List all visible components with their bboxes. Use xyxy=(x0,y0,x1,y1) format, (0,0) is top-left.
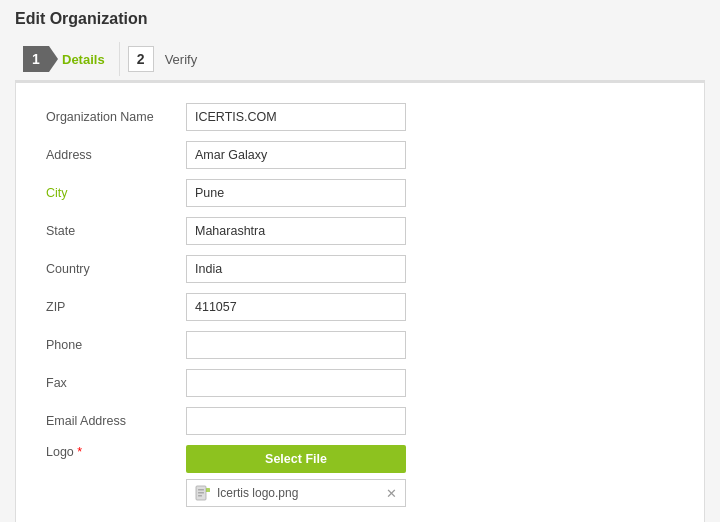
row-org-name: Organization Name xyxy=(46,103,674,131)
file-item: Icertis logo.png ✕ xyxy=(186,479,406,507)
step-1[interactable]: 1 Details xyxy=(15,38,119,80)
logo-required-mark: * xyxy=(77,445,82,459)
file-name-label: Icertis logo.png xyxy=(217,486,298,500)
input-address[interactable] xyxy=(186,141,406,169)
svg-rect-2 xyxy=(198,492,204,494)
file-type-icon xyxy=(195,485,211,501)
row-phone: Phone xyxy=(46,331,674,359)
step-1-badge: 1 xyxy=(23,46,49,72)
input-fax[interactable] xyxy=(186,369,406,397)
svg-rect-4 xyxy=(206,488,210,492)
label-state: State xyxy=(46,224,186,238)
input-phone[interactable] xyxy=(186,331,406,359)
steps-bar: 1 Details 2 Verify xyxy=(15,38,705,82)
row-fax: Fax xyxy=(46,369,674,397)
label-logo: Logo * xyxy=(46,445,186,459)
label-city: City xyxy=(46,186,186,200)
input-country[interactable] xyxy=(186,255,406,283)
row-country: Country xyxy=(46,255,674,283)
step-2[interactable]: 2 Verify xyxy=(120,38,212,80)
label-org-name: Organization Name xyxy=(46,110,186,124)
page-container: Edit Organization 1 Details 2 Verify Org… xyxy=(0,0,720,522)
row-address: Address xyxy=(46,141,674,169)
logo-section: Select File Icertis logo.pn xyxy=(186,445,406,507)
form-container: Organization Name Address City State Cou… xyxy=(15,82,705,522)
label-zip: ZIP xyxy=(46,300,186,314)
label-phone: Phone xyxy=(46,338,186,352)
label-fax: Fax xyxy=(46,376,186,390)
step-2-badge: 2 xyxy=(128,46,154,72)
file-close-button[interactable]: ✕ xyxy=(386,487,397,500)
row-state: State xyxy=(46,217,674,245)
label-address: Address xyxy=(46,148,186,162)
svg-rect-3 xyxy=(198,495,202,497)
row-zip: ZIP xyxy=(46,293,674,321)
svg-rect-1 xyxy=(198,489,204,491)
label-email: Email Address xyxy=(46,414,186,428)
input-email[interactable] xyxy=(186,407,406,435)
file-item-left: Icertis logo.png xyxy=(195,485,298,501)
row-logo: Logo * Select File xyxy=(46,445,674,507)
input-city[interactable] xyxy=(186,179,406,207)
select-file-button[interactable]: Select File xyxy=(186,445,406,473)
step-2-label: Verify xyxy=(165,52,198,67)
step-1-label: Details xyxy=(62,52,105,67)
page-title: Edit Organization xyxy=(15,10,705,28)
input-org-name[interactable] xyxy=(186,103,406,131)
input-zip[interactable] xyxy=(186,293,406,321)
label-country: Country xyxy=(46,262,186,276)
input-state[interactable] xyxy=(186,217,406,245)
row-city: City xyxy=(46,179,674,207)
row-email: Email Address xyxy=(46,407,674,435)
